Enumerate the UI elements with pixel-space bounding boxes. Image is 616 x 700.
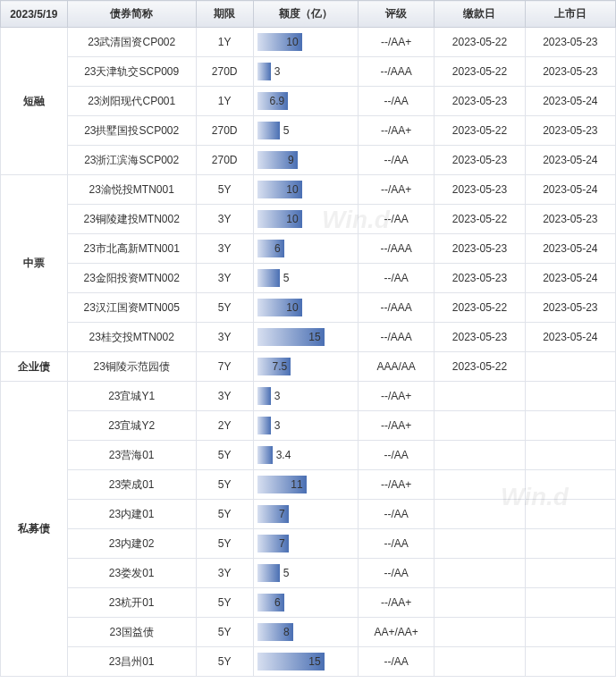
list-date: 2023-05-24 xyxy=(525,146,615,175)
bond-rating: AA+/AA+ xyxy=(358,618,434,647)
bond-rating: --/AA+ xyxy=(358,382,434,411)
amount-label: 9 xyxy=(288,154,294,166)
bond-term: 5Y xyxy=(196,618,253,647)
amount-bar-cell: 8 xyxy=(253,618,358,647)
list-date: 2023-05-24 xyxy=(525,175,615,205)
amount-label: 3 xyxy=(274,419,281,432)
list-date xyxy=(525,588,615,618)
amount-label: 7.5 xyxy=(272,360,287,373)
amount-bar: 6 xyxy=(257,594,284,611)
bond-term: 1Y xyxy=(196,28,253,57)
amount-label: 5 xyxy=(283,124,290,137)
amount-label: 5 xyxy=(283,272,290,284)
bond-name: 23天津轨交SCP009 xyxy=(67,57,196,87)
table-row: 23拱墅国投SCP002270D5--/AA+2023-05-222023-05… xyxy=(1,116,616,146)
pay-date xyxy=(435,588,525,618)
amount-bar-cell: 15 xyxy=(253,323,358,352)
amount-label: 3.4 xyxy=(276,449,291,461)
bond-rating: --/AA xyxy=(358,264,434,293)
table-row: 23浙江滨海SCP002270D9--/AA2023-05-232023-05-… xyxy=(1,146,616,175)
pay-date xyxy=(435,411,525,441)
table-row: 23娄发013Y5--/AA xyxy=(1,559,616,588)
amount-label: 7 xyxy=(279,537,285,550)
list-date: 2023-05-23 xyxy=(525,28,615,57)
bond-name: 23铜陵示范园债 xyxy=(67,352,196,382)
bond-name: 23市北高新MTN001 xyxy=(67,234,196,264)
pay-date: 2023-05-22 xyxy=(435,352,525,382)
header-rating: 评级 xyxy=(358,1,434,28)
amount-bar-cell: 7.5 xyxy=(253,352,358,382)
table-row: 私募债23宜城Y13Y3--/AA+ xyxy=(1,382,616,411)
amount-bar: 7 xyxy=(257,505,289,523)
amount-bar: 10 xyxy=(257,181,302,198)
table-row: 23天津轨交SCP009270D3--/AAA2023-05-222023-05… xyxy=(1,57,616,87)
bond-rating: --/AAA xyxy=(358,323,434,352)
bond-name: 23娄发01 xyxy=(67,559,196,588)
list-date xyxy=(525,441,615,470)
bond-term: 7Y xyxy=(196,352,253,382)
bond-term: 3Y xyxy=(196,205,253,234)
list-date: 2023-05-23 xyxy=(525,293,615,323)
table-row: 23宜城Y22Y3--/AA+ xyxy=(1,411,616,441)
amount-bar-cell: 5 xyxy=(253,264,358,293)
category-cell: 私募债 xyxy=(1,382,68,677)
pay-date xyxy=(435,470,525,500)
amount-bar: 6.9 xyxy=(257,92,289,110)
bond-term: 3Y xyxy=(196,559,253,588)
list-date: 2023-05-23 xyxy=(525,57,615,87)
bond-term: 5Y xyxy=(196,441,253,470)
amount-bar: 5 xyxy=(257,269,280,287)
list-date xyxy=(525,382,615,411)
pay-date: 2023-05-23 xyxy=(435,146,525,175)
bond-name: 23杭开01 xyxy=(67,588,196,618)
amount-bar-cell: 3 xyxy=(253,382,358,411)
pay-date xyxy=(435,500,525,529)
bond-term: 5Y xyxy=(196,588,253,618)
amount-bar-cell: 7 xyxy=(253,529,358,559)
table-row: 中票23渝悦投MTN0015Y10--/AA+2023-05-232023-05… xyxy=(1,175,616,205)
table-row: 23营海015Y3.4--/AA xyxy=(1,441,616,470)
bond-rating: --/AA+ xyxy=(358,175,434,205)
pay-date xyxy=(435,559,525,588)
header-listdate: 上市日 xyxy=(525,1,615,28)
pay-date xyxy=(435,382,525,411)
bond-rating: --/AA+ xyxy=(358,411,434,441)
header-term: 期限 xyxy=(196,1,253,28)
category-cell: 中票 xyxy=(1,175,68,352)
bond-rating: --/AA xyxy=(358,647,434,677)
bond-name: 23浏阳现代CP001 xyxy=(67,87,196,116)
bond-name: 23桂交投MTN002 xyxy=(67,323,196,352)
list-date xyxy=(525,470,615,500)
bond-term: 5Y xyxy=(196,293,253,323)
amount-bar: 7 xyxy=(257,535,289,552)
amount-label: 3 xyxy=(274,390,281,402)
table-row: 23金阳投资MTN0023Y5--/AA2023-05-232023-05-24 xyxy=(1,264,616,293)
table-row: 23国益债5Y8AA+/AA+ xyxy=(1,618,616,647)
table-row: 23汉江国资MTN0055Y10--/AAA2023-05-222023-05-… xyxy=(1,293,616,323)
bond-term: 5Y xyxy=(196,529,253,559)
list-date: 2023-05-23 xyxy=(525,205,615,234)
table-row: 23内建015Y7--/AA xyxy=(1,500,616,529)
bond-name: 23拱墅国投SCP002 xyxy=(67,116,196,146)
list-date xyxy=(525,352,615,382)
amount-bar: 11 xyxy=(257,476,307,493)
bond-name: 23营海01 xyxy=(67,441,196,470)
bond-rating: --/AA xyxy=(358,87,434,116)
bond-name: 23国益债 xyxy=(67,618,196,647)
bond-term: 2Y xyxy=(196,411,253,441)
amount-bar-cell: 10 xyxy=(253,293,358,323)
bond-term: 5Y xyxy=(196,647,253,677)
bond-name: 23渝悦投MTN001 xyxy=(67,175,196,205)
pay-date: 2023-05-23 xyxy=(435,234,525,264)
category-cell: 短融 xyxy=(1,28,68,175)
bond-term: 3Y xyxy=(196,234,253,264)
table-row: 23昌州015Y15--/AA xyxy=(1,647,616,677)
amount-label: 15 xyxy=(308,655,320,668)
pay-date: 2023-05-23 xyxy=(435,175,525,205)
amount-label: 11 xyxy=(291,478,302,491)
list-date xyxy=(525,529,615,559)
amount-bar: 5 xyxy=(257,564,280,582)
bond-term: 270D xyxy=(196,116,253,146)
amount-label: 8 xyxy=(283,626,290,638)
list-date xyxy=(525,559,615,588)
